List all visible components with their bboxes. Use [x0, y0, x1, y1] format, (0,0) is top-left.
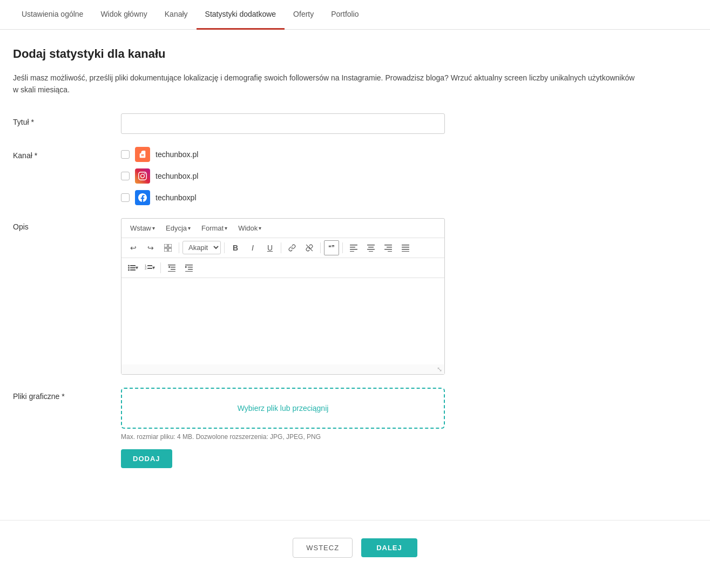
- instagram-icon: [135, 168, 150, 184]
- underline-button[interactable]: U: [262, 240, 278, 255]
- blockquote-button[interactable]: ❝❞: [324, 240, 339, 255]
- svg-marker-38: [185, 266, 187, 268]
- nav-item-oferty[interactable]: Oferty: [285, 0, 322, 30]
- nav-item-ustawienia[interactable]: Ustawienia ogólne: [13, 0, 92, 30]
- top-navigation: Ustawienia ogólne Widok główny Kanały St…: [0, 0, 710, 30]
- editor-menu-widok[interactable]: Widok ▾: [234, 222, 266, 234]
- svg-rect-13: [384, 245, 392, 246]
- paragraph-format-select[interactable]: Akapit: [182, 241, 221, 254]
- align-right-button[interactable]: [381, 240, 396, 255]
- svg-rect-0: [164, 244, 167, 247]
- add-button[interactable]: DODAJ: [121, 449, 172, 468]
- editor-menu-format[interactable]: Format ▾: [197, 222, 232, 234]
- channel-checkbox-instagram[interactable]: [121, 172, 130, 180]
- chevron-down-icon: ▾: [259, 225, 261, 231]
- bold-button[interactable]: B: [228, 240, 243, 255]
- svg-rect-30: [147, 268, 152, 269]
- chevron-down-icon: ▾: [152, 225, 155, 231]
- align-center-button[interactable]: [363, 240, 378, 255]
- svg-rect-14: [387, 247, 392, 248]
- channel-field: techunbox.pl techunbox.pl: [121, 147, 445, 205]
- editor-menu-wstaw[interactable]: Wstaw ▾: [126, 222, 159, 234]
- unlink-button[interactable]: [302, 240, 317, 255]
- files-row: Pliki graficzne * Wybierz plik lub przec…: [13, 388, 635, 468]
- svg-text:2.: 2.: [145, 267, 147, 270]
- nav-item-portfolio[interactable]: Portfolio: [322, 0, 367, 30]
- italic-button[interactable]: I: [245, 240, 260, 255]
- title-row: Tytuł *: [13, 113, 635, 134]
- file-upload-text: Wybierz plik lub przeciągnij: [137, 404, 429, 413]
- editor-menubar: Wstaw ▾ Edycja ▾ Format ▾ Widok ▾: [121, 219, 444, 238]
- svg-rect-28: [147, 265, 152, 266]
- svg-rect-31: [168, 265, 175, 266]
- editor-field: Wstaw ▾ Edycja ▾ Format ▾ Widok ▾: [121, 218, 445, 375]
- list-item: techunbox.pl: [121, 168, 445, 184]
- toolbar-separator: [342, 242, 343, 253]
- title-label: Tytuł *: [13, 113, 121, 126]
- channel-name-blogger: techunbox.pl: [155, 150, 198, 159]
- toolbar-separator: [179, 242, 179, 253]
- unordered-list-button[interactable]: ▾: [126, 260, 140, 275]
- svg-rect-17: [402, 245, 409, 246]
- nav-item-widok[interactable]: Widok główny: [92, 0, 155, 30]
- chevron-down-icon: ▾: [188, 225, 191, 231]
- align-justify-button[interactable]: [398, 240, 413, 255]
- svg-rect-12: [369, 251, 373, 252]
- back-button[interactable]: WSTECZ: [293, 538, 353, 558]
- table-button[interactable]: [160, 240, 175, 255]
- description-row: Opis Wstaw ▾ Edycja ▾ Format ▾: [13, 218, 635, 375]
- chevron-down-icon: ▾: [225, 225, 227, 231]
- svg-point-21: [128, 265, 130, 266]
- svg-marker-33: [168, 266, 170, 268]
- channel-checkbox-facebook[interactable]: [121, 193, 130, 202]
- svg-rect-8: [350, 251, 354, 252]
- svg-rect-32: [171, 267, 175, 268]
- facebook-icon: [135, 190, 150, 205]
- ul-chevron: ▾: [136, 265, 138, 271]
- main-content: Dodaj statystyki dla kanału Jeśli masz m…: [0, 30, 648, 498]
- channel-checkbox-blogger[interactable]: [121, 150, 130, 159]
- bottom-navigation: WSTECZ DALEJ: [0, 520, 710, 575]
- file-upload-dropzone[interactable]: Wybierz plik lub przeciągnij: [121, 388, 445, 429]
- svg-point-23: [128, 267, 130, 268]
- svg-rect-5: [350, 245, 357, 246]
- undo-button[interactable]: ↩: [126, 240, 141, 255]
- list-item: techunboxpl: [121, 190, 445, 205]
- svg-rect-2: [164, 248, 167, 252]
- outdent-button[interactable]: [164, 260, 179, 275]
- svg-rect-20: [402, 251, 409, 252]
- files-label: Pliki graficzne *: [13, 388, 121, 401]
- redo-button[interactable]: ↪: [143, 240, 158, 255]
- editor-toolbar-row2: ▾ 1. 2. ▾: [121, 258, 444, 278]
- svg-rect-26: [130, 269, 136, 271]
- title-input[interactable]: [121, 113, 445, 134]
- page-title: Dodaj statystyki dla kanału: [13, 47, 635, 61]
- channel-name-instagram: techunbox.pl: [155, 172, 198, 180]
- svg-rect-39: [188, 269, 193, 270]
- editor-menu-edycja[interactable]: Edycja ▾: [161, 222, 195, 234]
- editor-content[interactable]: [121, 278, 444, 364]
- next-button[interactable]: DALEJ: [361, 538, 417, 557]
- svg-rect-18: [402, 247, 409, 248]
- svg-rect-35: [168, 271, 175, 272]
- svg-rect-37: [188, 267, 193, 268]
- svg-rect-16: [388, 251, 392, 252]
- svg-rect-7: [350, 249, 357, 250]
- nav-item-statystyki[interactable]: Statystyki dodatkowe: [197, 0, 285, 30]
- ordered-list-button[interactable]: 1. 2. ▾: [143, 260, 157, 275]
- channel-name-facebook: techunboxpl: [155, 193, 197, 202]
- file-hint: Max. rozmiar pliku: 4 MB. Dozwolone rozs…: [121, 433, 445, 441]
- indent-button[interactable]: [181, 260, 197, 275]
- toolbar-separator: [224, 242, 225, 253]
- svg-rect-1: [168, 244, 172, 247]
- svg-rect-34: [171, 269, 175, 270]
- toolbar-separator: [281, 242, 281, 253]
- channel-label: Kanał *: [13, 147, 121, 160]
- svg-rect-9: [367, 245, 375, 246]
- svg-rect-10: [368, 247, 374, 248]
- link-button[interactable]: [285, 240, 300, 255]
- svg-rect-11: [367, 249, 375, 250]
- align-left-button[interactable]: [346, 240, 361, 255]
- channel-list: techunbox.pl techunbox.pl: [121, 147, 445, 205]
- nav-item-kanaly[interactable]: Kanały: [156, 0, 197, 30]
